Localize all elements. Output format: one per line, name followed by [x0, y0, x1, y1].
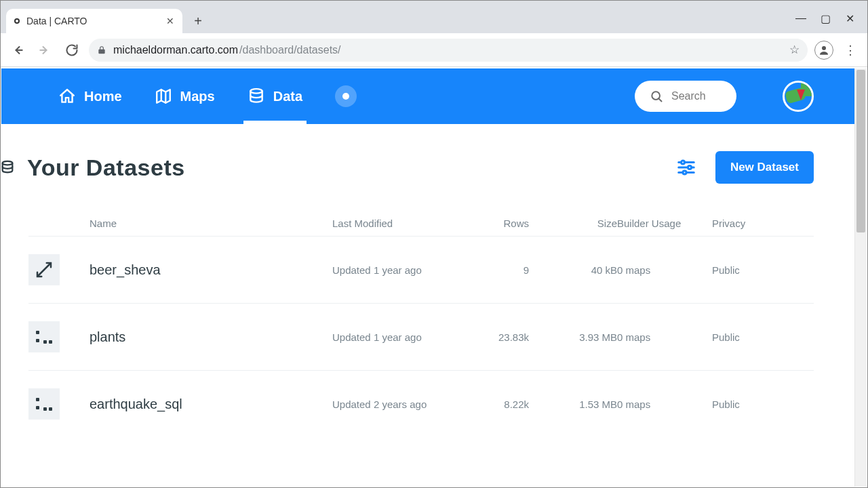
nav-data-label: Data [273, 89, 302, 104]
vertical-scrollbar[interactable] [854, 68, 867, 487]
notification-dot-icon [342, 93, 349, 100]
dataset-privacy: Public [712, 399, 814, 410]
nav-maps-label: Maps [180, 89, 215, 104]
dataset-name: earthquake_sql [90, 396, 332, 412]
window-close-icon[interactable]: ✕ [844, 12, 855, 25]
dataset-privacy: Public [712, 331, 814, 343]
svg-line-8 [658, 98, 661, 101]
scrollbar-thumb[interactable] [856, 70, 865, 232]
col-privacy: Privacy [712, 218, 814, 229]
dataset-size: 40 kB [529, 264, 617, 276]
col-modified: Last Modified [332, 218, 454, 229]
dataset-usage: 0 maps [617, 399, 712, 410]
dataset-rows: 8.22k [454, 399, 529, 410]
dataset-privacy: Public [712, 264, 814, 276]
dataset-rows: 9 [454, 264, 529, 276]
svg-point-13 [688, 166, 691, 169]
filter-settings-button[interactable] [676, 157, 696, 178]
dataset-thumb-icon [28, 388, 60, 420]
nav-home[interactable]: Home [58, 68, 122, 124]
tab-favicon [14, 18, 20, 24]
table-row[interactable]: plants Updated 1 year ago 23.83k 3.93 MB… [28, 304, 814, 371]
col-usage: Builder Usage [617, 218, 712, 229]
dataset-modified: Updated 2 years ago [332, 399, 454, 410]
col-rows: Rows [454, 218, 529, 229]
search-input[interactable]: Search [635, 81, 736, 112]
svg-point-9 [3, 161, 13, 165]
page-title: Your Datasets [27, 155, 664, 181]
url-host: michaeldorman.carto.com [113, 44, 238, 56]
nav-home-label: Home [84, 89, 122, 104]
tab-title: Data | CARTO [26, 16, 159, 26]
table-header: Name Last Modified Rows Size Builder Usa… [28, 211, 814, 237]
database-icon [1, 156, 15, 179]
svg-point-15 [683, 171, 686, 174]
search-icon [650, 89, 663, 103]
lock-icon [97, 45, 106, 55]
table-row[interactable]: earthquake_sql Updated 2 years ago 8.22k… [28, 371, 814, 437]
user-avatar[interactable] [783, 81, 814, 112]
app-header: Home Maps Data [1, 68, 854, 124]
nav-maps[interactable]: Maps [155, 68, 215, 124]
back-button[interactable] [7, 40, 28, 60]
dataset-thumb-icon [28, 254, 60, 285]
dataset-modified: Updated 1 year ago [332, 331, 454, 343]
new-tab-button[interactable]: + [188, 11, 208, 31]
dataset-modified: Updated 1 year ago [332, 264, 454, 276]
browser-profile-button[interactable] [814, 41, 833, 60]
bookmark-star-icon[interactable]: ☆ [789, 43, 800, 57]
search-placeholder: Search [671, 90, 706, 102]
maximize-icon[interactable]: ▢ [820, 12, 831, 25]
dataset-name: beer_sheva [90, 262, 332, 278]
database-icon [248, 87, 265, 105]
col-name: Name [90, 218, 332, 229]
svg-point-6 [250, 89, 262, 94]
col-size: Size [529, 218, 617, 229]
address-bar[interactable]: michaeldorman.carto.com/dashboard/datase… [89, 39, 808, 62]
dataset-size: 3.93 MB [529, 331, 617, 343]
close-tab-icon[interactable]: ✕ [166, 16, 174, 26]
svg-point-2 [822, 46, 826, 50]
table-row[interactable]: beer_sheva Updated 1 year ago 9 40 kB 0 … [28, 237, 814, 304]
new-dataset-button[interactable]: New Dataset [715, 151, 814, 184]
notification-indicator[interactable] [335, 85, 357, 107]
dataset-usage: 0 maps [617, 331, 712, 343]
browser-menu-button[interactable]: ⋮ [840, 40, 861, 60]
svg-point-11 [681, 161, 684, 164]
reload-button[interactable] [62, 40, 82, 60]
browser-tab[interactable]: Data | CARTO ✕ [6, 9, 182, 33]
dataset-size: 1.53 MB [529, 399, 617, 410]
nav-data[interactable]: Data [248, 68, 302, 124]
dataset-thumb-icon [28, 321, 60, 352]
svg-marker-3 [157, 89, 170, 103]
map-icon [155, 87, 172, 105]
svg-line-16 [38, 264, 50, 276]
minimize-icon[interactable]: — [795, 12, 806, 25]
dataset-rows: 23.83k [454, 331, 529, 343]
home-icon [58, 87, 76, 105]
dataset-usage: 0 maps [617, 264, 712, 276]
url-path: /dashboard/datasets/ [239, 44, 340, 56]
forward-button[interactable] [35, 40, 55, 60]
dataset-name: plants [90, 329, 332, 345]
